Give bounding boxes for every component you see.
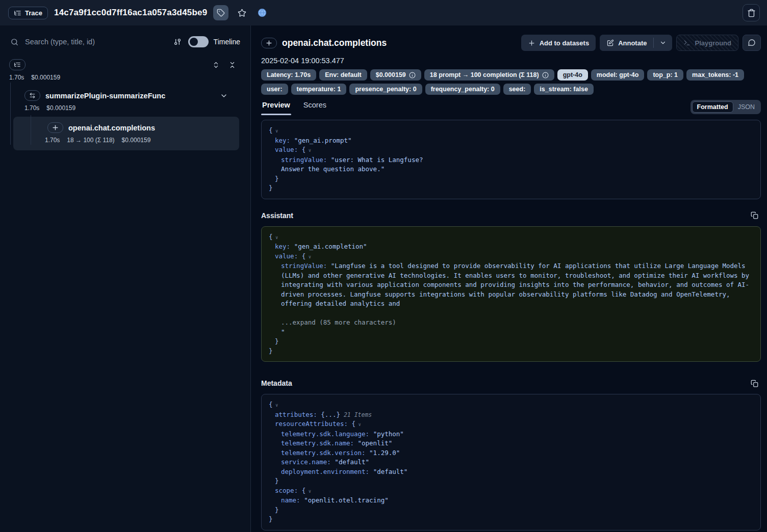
tab-preview[interactable]: Preview [261, 99, 291, 115]
trace-badge-label: Trace [25, 9, 42, 17]
tab-scores[interactable]: Scores [302, 99, 327, 115]
trace-tree-sidebar: Timeline [0, 25, 251, 532]
tree-node-span[interactable]: summarizePlugin-summarizeFunc 1.70s $0.0… [24, 90, 228, 112]
user-badge: user: [261, 84, 288, 95]
collapse-toggle[interactable]: ∨ [355, 422, 361, 427]
format-toggle-formatted[interactable]: Formatted [692, 101, 733, 113]
collapse-toggle[interactable]: ∨ [273, 403, 278, 408]
tree-node-generation-selected[interactable]: openai.chat.completions 1.70s 18 → 100 (… [13, 117, 239, 150]
playground-button[interactable]: Playground [676, 35, 738, 51]
annotate-dropdown-button[interactable] [654, 35, 672, 51]
trace-type-badge: Trace [8, 7, 48, 19]
delete-trace-button[interactable] [743, 4, 760, 21]
chat-bubble-icon [748, 39, 756, 47]
root-metrics: 1.70s $0.000159 [9, 74, 243, 81]
generation-icon-badge [261, 38, 277, 48]
trace-root-node[interactable] [9, 59, 25, 70]
terminal-icon [683, 39, 691, 46]
code-segment: } [269, 184, 273, 192]
frequency-penalty-badge: frequency_penalty: 0 [425, 84, 500, 95]
copy-icon [751, 211, 758, 219]
generation-icon [52, 124, 59, 131]
trash-icon [747, 9, 756, 17]
code-segment: "user: What is Langfuse? [331, 156, 423, 164]
list-tree-icon [14, 61, 21, 68]
collapse-toggle[interactable]: ∨ [273, 128, 278, 134]
metadata-label: Metadata [261, 379, 292, 387]
edit-icon [606, 39, 614, 47]
code-segment: "gen_ai.completion" [294, 243, 367, 250]
search-input[interactable] [24, 37, 167, 46]
trace-id: 14c7a9f1cc0d7ff16ac1a057a3d45be9 [54, 8, 207, 18]
generation-cost: $0.000159 [122, 137, 151, 144]
comments-button[interactable] [743, 35, 761, 51]
span-node-title: summarizePlugin-summarizeFunc [45, 92, 165, 100]
expand-text-button[interactable]: ...expand (85 more characters) [281, 318, 396, 326]
span-node-icon-badge [24, 90, 40, 101]
code-segment: "openlit.otel.tracing" [304, 496, 389, 504]
add-to-datasets-label: Add to datasets [540, 39, 590, 47]
annotate-button[interactable]: Annotate [600, 35, 653, 51]
code-segment: "gen_ai.prompt" [294, 137, 352, 144]
code-segment: } [269, 515, 273, 523]
generation-token-usage: 18 → 100 (Σ 118) [67, 137, 114, 144]
code-segment: "python" [373, 430, 404, 438]
info-icon [409, 72, 416, 78]
span-metrics: 1.70s $0.000159 [24, 104, 228, 112]
code-segment: } [275, 506, 279, 514]
code-segment: scope: [275, 487, 302, 494]
preview-tabs: Preview Scores Formatted JSON [261, 98, 761, 116]
generation-metrics: 1.70s 18 → 100 (Σ 118) $0.000159 [45, 137, 233, 144]
assistant-section-header: Assistant [261, 209, 761, 222]
code-segment: value: [275, 252, 302, 260]
format-toggle-json[interactable]: JSON [733, 102, 759, 112]
badges-row-1: Latency: 1.70s Env: default $0.000159 18… [261, 69, 761, 81]
root-cost: $0.000159 [31, 74, 60, 81]
code-segment: stringValue: [281, 156, 331, 164]
chevron-down-icon[interactable] [220, 92, 228, 100]
copy-icon [751, 380, 758, 387]
code-segment: key: [275, 243, 294, 250]
observation-title: openai.chat.completions [282, 38, 387, 48]
code-segment: stringValue: [281, 262, 331, 270]
code-segment: name: [281, 496, 304, 504]
code-segment: } [275, 337, 279, 345]
code-segment: "1.29.0" [369, 449, 400, 457]
add-to-datasets-button[interactable]: Add to datasets [521, 35, 596, 51]
code-segment: key: [275, 137, 294, 144]
expand-all-button[interactable] [211, 60, 221, 70]
collapse-toggle[interactable]: ∨ [273, 235, 278, 240]
star-icon [238, 9, 246, 17]
code-segment: { [269, 233, 273, 241]
timeline-toggle[interactable] [188, 36, 209, 47]
collapse-toggle[interactable]: ∨ [305, 489, 311, 494]
assistant-label: Assistant [261, 211, 293, 220]
cost-badge: $0.000159 [370, 69, 421, 81]
code-segment: deployment.environment: [281, 468, 373, 475]
copy-metadata-button[interactable] [748, 377, 761, 390]
model-link-badge[interactable]: gpt-4o [557, 69, 588, 81]
tree-settings-button[interactable] [172, 35, 183, 49]
badges-row-2: user: temperature: 1 presence_penalty: 0… [261, 84, 761, 95]
unfold-vertical-icon [212, 61, 220, 69]
latency-badge: Latency: 1.70s [261, 69, 316, 81]
tag-button[interactable] [213, 5, 228, 20]
visibility-button[interactable] [255, 6, 269, 20]
sliders-icon [173, 38, 182, 46]
bookmark-star-button[interactable] [235, 6, 249, 20]
collapse-all-button[interactable] [227, 60, 237, 70]
assistant-code-block: { ∨key: "gen_ai.completion"value: { ∨str… [261, 226, 761, 362]
is-stream-badge: is_stream: false [534, 84, 594, 95]
code-segment: "default" [335, 458, 369, 466]
generation-duration: 1.70s [45, 137, 60, 144]
collapse-toggle[interactable]: ∨ [305, 254, 311, 259]
collapse-toggle[interactable]: ∨ [305, 148, 311, 153]
code-segment: value: [275, 146, 302, 153]
code-segment: } [269, 347, 273, 355]
copy-assistant-button[interactable] [748, 209, 761, 222]
code-segment: } [275, 477, 279, 485]
annotate-split-button: Annotate [600, 35, 672, 51]
metadata-code-block: { ∨attributes: {...} 21 ItemsresourceAtt… [261, 394, 761, 530]
seed-badge: seed: [503, 84, 531, 95]
metadata-section-header: Metadata [261, 377, 761, 390]
